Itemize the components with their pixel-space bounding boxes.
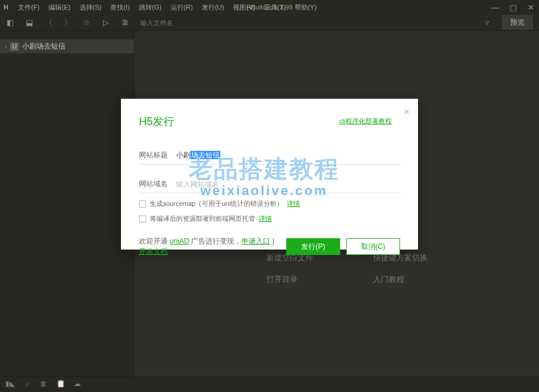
uni-project-icon: U xyxy=(10,42,19,51)
nav-back-icon[interactable]: 〈 xyxy=(44,17,53,28)
site-title-text: 小剧 xyxy=(176,151,190,159)
site-title-selection: 场去短信 xyxy=(190,151,220,159)
hosting-label: 将编译后的资源部署到前端网页托管 xyxy=(150,214,255,223)
domain-row: 网站域名 xyxy=(139,175,400,193)
file-search-icon[interactable]: 🗎 xyxy=(121,18,129,27)
publish-button[interactable]: 发行(P) xyxy=(286,238,340,255)
sourcemap-label: 生成sourcemap（可用于uni统计的错误分析） xyxy=(150,199,283,208)
star-icon[interactable]: ☆ xyxy=(83,18,91,27)
sourcemap-detail-link[interactable]: 详情 xyxy=(287,199,300,208)
menu-select[interactable]: 选择(S) xyxy=(76,2,105,13)
menu-run[interactable]: 运行(R) xyxy=(167,2,196,13)
project-name: 小剧场去短信 xyxy=(22,41,65,51)
site-title-input[interactable]: 小剧场去短信 xyxy=(176,150,400,160)
checkbox-icon[interactable] xyxy=(139,215,146,223)
checkbox-icon[interactable] xyxy=(139,200,146,208)
domain-input[interactable] xyxy=(176,180,400,189)
menu-file[interactable]: 文件(F) xyxy=(14,2,43,13)
menu-publish[interactable]: 发行(U) xyxy=(198,2,228,13)
uniad-text: 欢迎开通 uniAD 广告进行变现，申请入口 | 开发文档 xyxy=(139,236,280,257)
trash-icon[interactable]: 🗑 xyxy=(40,379,48,388)
cloud-icon[interactable]: ☁ xyxy=(73,379,81,388)
start-open-dir[interactable]: 打开目录 xyxy=(267,274,313,285)
statusbar: 447438209@qq.com ⇥ ▣ ⬇ 🔔 xyxy=(0,390,539,392)
toolbar: ◧ ⬓ 〈 〉 ☆ ▷ 🗎 ▿ 预览 xyxy=(0,14,539,31)
footer-sep: | xyxy=(270,237,274,245)
start-tutorial[interactable]: 入门教程 xyxy=(373,274,428,285)
clipboard-icon[interactable]: 📋 xyxy=(56,379,65,388)
maximize-icon[interactable]: ▢ xyxy=(510,3,517,12)
nav-forward-icon[interactable]: 〉 xyxy=(63,17,72,28)
h5-publish-dialog: × H5发行 cli程序化部署教程 网站标题 小剧场去短信 网站域名 生成sou… xyxy=(121,99,418,250)
minimize-icon[interactable]: ― xyxy=(491,3,499,12)
menu-goto[interactable]: 跳转(G) xyxy=(135,2,165,13)
bottom-iconbar: ▮◣ ⌕ 🗑 📋 ☁ xyxy=(0,376,539,390)
site-title-row: 网站标题 小剧场去短信 xyxy=(139,147,400,165)
menu-find[interactable]: 查找(I) xyxy=(107,2,133,13)
footer-text-b: 广告进行变现， xyxy=(189,237,241,245)
chevron-right-icon: › xyxy=(5,43,7,50)
cli-tutorial-link[interactable]: cli程序化部署教程 xyxy=(340,117,392,126)
doc-link[interactable]: 开发文档 xyxy=(139,247,168,256)
panel-left-icon[interactable]: ◧ xyxy=(6,18,14,27)
folder-icon[interactable]: ▮◣ xyxy=(6,379,14,388)
app-logo-icon: H xyxy=(0,4,12,11)
hosting-detail-link[interactable]: 详情 xyxy=(259,214,272,223)
uniad-link[interactable]: uniAD xyxy=(169,237,189,245)
play-icon[interactable]: ▷ xyxy=(102,18,110,27)
start-page-links: 新建空白文件 打开目录 快捷键方案切换 入门教程 xyxy=(267,253,428,285)
apply-link[interactable]: 申请入口 xyxy=(241,237,270,245)
window-title: HBuilder X 3.99 xyxy=(246,4,292,11)
site-title-label: 网站标题 xyxy=(139,150,170,160)
sourcemap-checkbox-row[interactable]: 生成sourcemap（可用于uni统计的错误分析） 详情 xyxy=(139,199,400,208)
footer-text-a: 欢迎开通 xyxy=(139,237,169,245)
panel-bottom-icon[interactable]: ⬓ xyxy=(25,18,34,27)
close-icon[interactable]: ✕ xyxy=(528,3,534,12)
hosting-checkbox-row[interactable]: 将编译后的资源部署到前端网页托管 详情 xyxy=(139,214,400,223)
project-sidebar: › U 小剧场去短信 xyxy=(0,31,135,376)
domain-label: 网站域名 xyxy=(139,179,170,189)
file-search-input[interactable] xyxy=(140,19,224,26)
dialog-close-icon[interactable]: × xyxy=(403,106,410,118)
titlebar: H 文件(F) 编辑(E) 选择(S) 查找(I) 跳转(G) 运行(R) 发行… xyxy=(0,0,539,14)
binoculars-icon[interactable]: ⌕ xyxy=(23,379,31,388)
menu-help[interactable]: 帮助(Y) xyxy=(291,2,320,13)
project-root-item[interactable]: › U 小剧场去短信 xyxy=(0,39,134,53)
dialog-footer: 欢迎开通 uniAD 广告进行变现，申请入口 | 开发文档 发行(P) 取消(C… xyxy=(139,236,400,257)
cancel-button[interactable]: 取消(C) xyxy=(346,238,400,255)
filter-icon[interactable]: ▿ xyxy=(483,18,491,27)
preview-button[interactable]: 预览 xyxy=(502,15,533,30)
menu-edit[interactable]: 编辑(E) xyxy=(45,2,74,13)
